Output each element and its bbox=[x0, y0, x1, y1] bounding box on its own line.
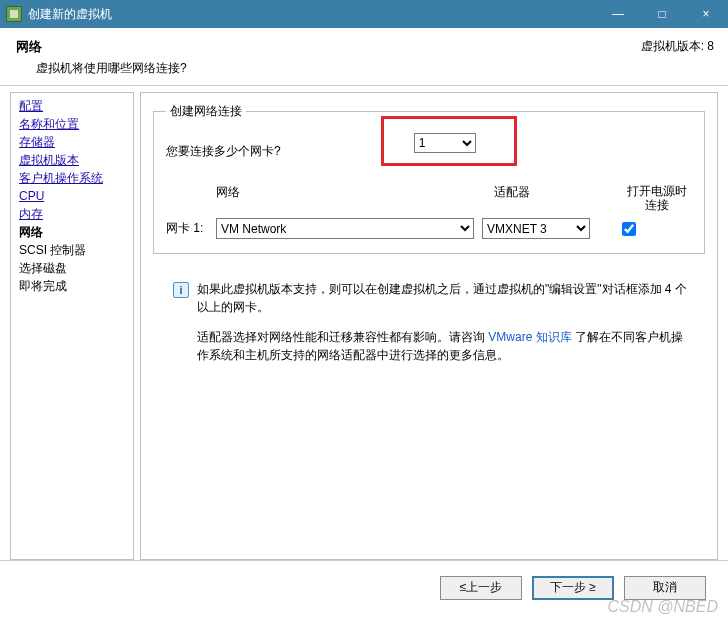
nic-count-row: 您要连接多少个网卡? 1 bbox=[166, 136, 692, 166]
nic1-network-select[interactable]: VM Network bbox=[216, 218, 474, 239]
group-legend: 创建网络连接 bbox=[166, 103, 246, 120]
step-guest-os[interactable]: 客户机操作系统 bbox=[19, 169, 125, 187]
minimize-button[interactable]: — bbox=[596, 0, 640, 28]
step-name-location[interactable]: 名称和位置 bbox=[19, 115, 125, 133]
step-scsi: SCSI 控制器 bbox=[19, 241, 125, 259]
step-ready: 即将完成 bbox=[19, 277, 125, 295]
nic-count-select[interactable]: 1 bbox=[414, 133, 476, 153]
step-config[interactable]: 配置 bbox=[19, 97, 125, 115]
nic1-connect-on-power-checkbox[interactable] bbox=[622, 222, 636, 236]
info-text-1: 如果此虚拟机版本支持，则可以在创建虚拟机之后，通过虚拟机的"编辑设置"对话框添加… bbox=[197, 280, 695, 316]
info2a: 适配器选择对网络性能和迁移兼容性都有影响。请咨询 bbox=[197, 330, 488, 344]
nic1-label: 网卡 1: bbox=[166, 220, 208, 237]
step-storage[interactable]: 存储器 bbox=[19, 133, 125, 151]
step-memory[interactable]: 内存 bbox=[19, 205, 125, 223]
page-title: 网络 bbox=[16, 38, 714, 56]
info-icon: i bbox=[173, 282, 189, 298]
cancel-button[interactable]: 取消 bbox=[624, 576, 706, 600]
nic1-connect-cell bbox=[598, 219, 658, 239]
step-select-disk: 选择磁盘 bbox=[19, 259, 125, 277]
col-header-adapter: 适配器 bbox=[494, 184, 604, 212]
wizard-main-panel: 创建网络连接 您要连接多少个网卡? 1 网络 适配器 打开电源时连接 网卡 1:… bbox=[140, 92, 718, 560]
step-cpu[interactable]: CPU bbox=[19, 187, 125, 205]
step-network[interactable]: 网络 bbox=[19, 223, 125, 241]
info-row-1: i 如果此虚拟机版本支持，则可以在创建虚拟机之后，通过虚拟机的"编辑设置"对话框… bbox=[173, 280, 695, 316]
wizard-header: 网络 虚拟机将使用哪些网络连接? 虚拟机版本: 8 bbox=[0, 28, 728, 86]
back-button[interactable]: ≤上一步 bbox=[440, 576, 522, 600]
app-icon bbox=[6, 6, 22, 22]
wizard-body: 配置 名称和位置 存储器 虚拟机版本 客户机操作系统 CPU 内存 网络 SCS… bbox=[0, 86, 728, 560]
nic1-adapter-select[interactable]: VMXNET 3 bbox=[482, 218, 590, 239]
vm-version-label: 虚拟机版本: 8 bbox=[641, 38, 714, 55]
next-button[interactable]: 下一步 ≥ bbox=[532, 576, 614, 600]
info-row-2: 适配器选择对网络性能和迁移兼容性都有影响。请咨询 VMware 知识库 了解在不… bbox=[197, 328, 695, 364]
page-subtitle: 虚拟机将使用哪些网络连接? bbox=[36, 60, 714, 77]
col-header-connect-power: 打开电源时连接 bbox=[622, 184, 692, 212]
vmware-kb-link[interactable]: VMware 知识库 bbox=[488, 330, 571, 344]
wizard-steps-sidebar: 配置 名称和位置 存储器 虚拟机版本 客户机操作系统 CPU 内存 网络 SCS… bbox=[10, 92, 134, 560]
highlight-box: 1 bbox=[381, 116, 517, 166]
network-connection-group: 创建网络连接 您要连接多少个网卡? 1 网络 适配器 打开电源时连接 网卡 1:… bbox=[153, 103, 705, 254]
wizard-footer: ≤上一步 下一步 ≥ 取消 bbox=[0, 560, 728, 604]
col-header-network: 网络 bbox=[216, 184, 476, 212]
close-button[interactable]: × bbox=[684, 0, 728, 28]
window-title: 创建新的虚拟机 bbox=[28, 6, 596, 23]
info-block: i 如果此虚拟机版本支持，则可以在创建虚拟机之后，通过虚拟机的"编辑设置"对话框… bbox=[173, 280, 695, 364]
maximize-button[interactable]: □ bbox=[640, 0, 684, 28]
title-bar: 创建新的虚拟机 — □ × bbox=[0, 0, 728, 28]
window-controls: — □ × bbox=[596, 0, 728, 28]
nic-count-question: 您要连接多少个网卡? bbox=[166, 143, 281, 160]
nic-row-1: 网卡 1: VM Network VMXNET 3 bbox=[166, 218, 692, 239]
step-vm-version[interactable]: 虚拟机版本 bbox=[19, 151, 125, 169]
column-headers: 网络 适配器 打开电源时连接 bbox=[216, 184, 692, 212]
info-text-2: 适配器选择对网络性能和迁移兼容性都有影响。请咨询 VMware 知识库 了解在不… bbox=[197, 328, 695, 364]
